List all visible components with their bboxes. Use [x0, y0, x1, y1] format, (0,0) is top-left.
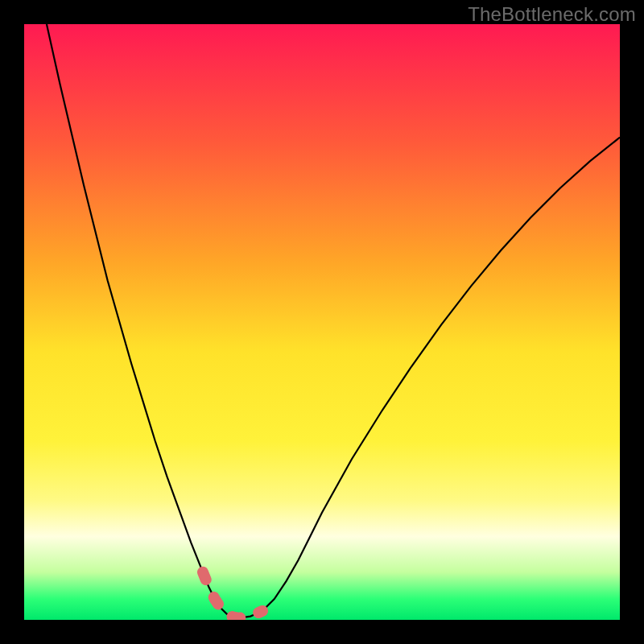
watermark-text: TheBottleneck.com — [468, 3, 636, 26]
chart-frame: TheBottleneck.com — [0, 0, 644, 644]
bottleneck-chart — [24, 24, 620, 620]
plot-area — [24, 24, 620, 620]
gradient-background — [24, 24, 620, 620]
